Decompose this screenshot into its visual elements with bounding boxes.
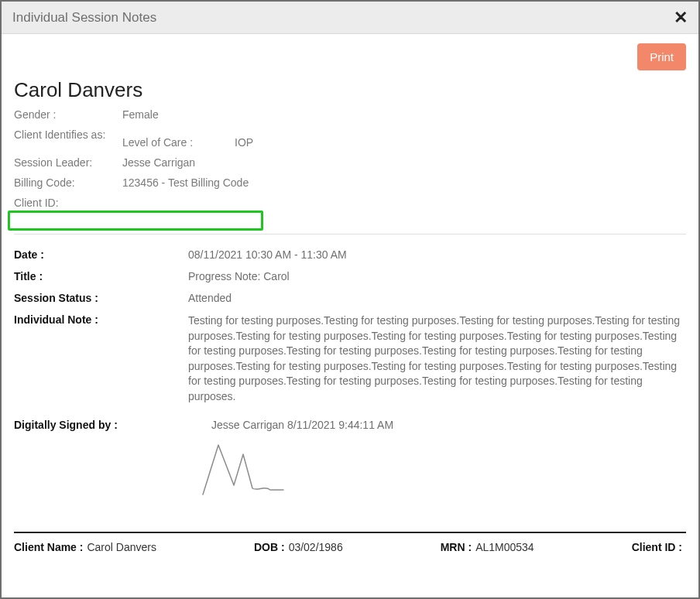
title-row: Title : Progress Note: Carol (14, 270, 686, 282)
date-value: 08/11/2021 10:30 AM - 11:30 AM (188, 248, 686, 261)
status-label: Session Status : (14, 292, 188, 304)
status-row: Session Status : Attended (14, 292, 686, 304)
modal-body: Print Carol Danvers Gender : Female Clie… (2, 34, 698, 566)
signature-image (197, 439, 313, 501)
footer-client-id-label: Client ID : (632, 541, 682, 553)
session-leader-label: Session Leader: (14, 155, 122, 170)
note-label: Individual Note : (14, 313, 188, 326)
gender-label: Gender : (14, 107, 122, 122)
print-button[interactable]: Print (637, 43, 686, 70)
billing-code-value: 123456 - Test Billing Code (122, 175, 389, 190)
date-row: Date : 08/11/2021 10:30 AM - 11:30 AM (14, 248, 686, 261)
window-title: Individual Session Notes (12, 10, 156, 26)
client-id-value (122, 195, 389, 211)
signature-value: Jesse Carrigan 8/11/2021 9:44:11 AM (211, 419, 393, 431)
gender-value: Female (122, 107, 235, 122)
title-label: Title : (14, 270, 188, 282)
title-bar: Individual Session Notes ✕ (2, 2, 698, 34)
footer-mrn: MRN : AL1M00534 (441, 541, 534, 553)
note-row: Individual Note : Testing for testing pu… (14, 313, 686, 405)
footer-mrn-label: MRN : (441, 541, 472, 553)
client-name-heading: Carol Danvers (14, 78, 686, 102)
footer-mrn-value: AL1M00534 (475, 541, 534, 553)
signature-block: Digitally Signed by : Jesse Carrigan 8/1… (14, 419, 686, 504)
identifies-value (122, 127, 235, 130)
footer-bar: Client Name : Carol Danvers DOB : 03/02/… (14, 532, 686, 553)
footer-client-name-label: Client Name : (14, 541, 83, 553)
footer-dob-value: 03/02/1986 (289, 541, 343, 553)
loc-label: Level of Care : (122, 135, 235, 150)
footer-client-name: Client Name : Carol Danvers (14, 541, 156, 553)
signature-label: Digitally Signed by : (14, 419, 211, 431)
footer-dob-label: DOB : (254, 541, 285, 553)
client-meta: Gender : Female Client Identifies as: Le… (14, 107, 686, 211)
loc-value: IOP (235, 135, 389, 150)
billing-code-label: Billing Code: (14, 175, 122, 190)
session-leader-value: Jesse Carrigan (122, 155, 389, 170)
title-value: Progress Note: Carol (188, 270, 686, 282)
identifies-label: Client Identifies as: (14, 127, 122, 142)
date-label: Date : (14, 248, 188, 261)
footer-client-id: Client ID : (632, 541, 686, 553)
divider (14, 234, 686, 234)
client-id-label: Client ID: (14, 195, 122, 211)
footer-client-name-value: Carol Danvers (87, 541, 156, 553)
action-bar: Print (14, 43, 686, 70)
close-icon[interactable]: ✕ (674, 9, 688, 26)
modal-window: Individual Session Notes ✕ Print Carol D… (0, 0, 700, 599)
footer-dob: DOB : 03/02/1986 (254, 541, 343, 553)
status-value: Attended (188, 292, 686, 304)
note-value: Testing for testing purposes.Testing for… (188, 313, 686, 405)
billing-code-highlight (8, 211, 263, 231)
